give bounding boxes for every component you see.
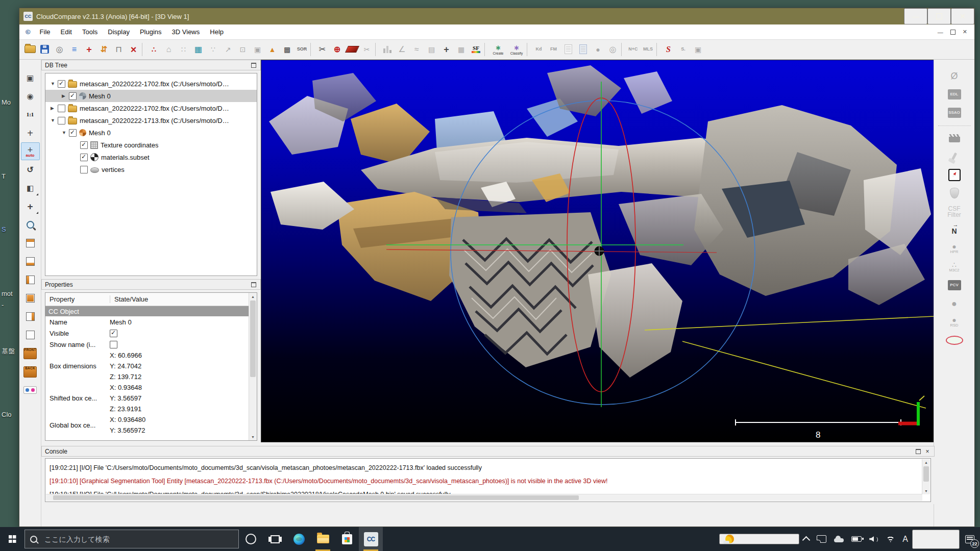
file-explorer-button[interactable] [311,527,335,551]
subsample-icon[interactable]: ⊓ [111,41,126,58]
pivot-cross-icon[interactable]: + [21,124,40,142]
tree-row[interactable]: ▶ metascan_20220222-1702.fbx (C:/Users/m… [45,102,257,114]
zoom-1-1-icon[interactable]: 1:1 [21,106,40,123]
ellipse-fit-icon[interactable] [939,331,970,349]
properties-scrollbar[interactable]: ▲ ▼ [249,293,257,440]
mdi-minimize-icon[interactable]: — [938,29,943,35]
view-back-box-icon[interactable]: BACK [21,363,40,381]
db-tree-title-bar[interactable]: DB Tree [41,60,261,70]
right-toolbar-icon[interactable] [938,122,971,126]
undock-icon[interactable] [250,281,257,288]
menu-item[interactable]: Tools [77,26,103,38]
properties-title-bar[interactable]: Properties [41,279,261,290]
merge-icon[interactable]: ⇵ [96,41,111,58]
tree-row[interactable]: ▶ Mesh 0 [45,90,257,102]
rotate-entity-icon[interactable]: ⊕ [330,41,345,58]
3d-viewport[interactable]: 8 [261,60,935,442]
spline-fit-icon[interactable]: S. [676,41,691,58]
toolbar-icon[interactable] [621,43,625,56]
toolbar-icon[interactable] [142,43,145,56]
cloudcompare-taskbar-button[interactable]: CC [359,527,383,551]
mdi-close-icon[interactable]: ✕ [963,29,967,35]
toolbar-icon[interactable] [375,43,379,56]
tree-row[interactable]: ▼ Mesh 0 [45,127,257,139]
tree-row[interactable]: ▼ metascan_20220222-1713.fbx (C:/Users/m… [45,114,257,127]
poisson-blob-icon[interactable]: ● [939,294,970,312]
menu-item[interactable]: 3D Views [167,26,205,38]
onedrive-icon[interactable] [834,538,844,542]
mdi-restore-icon[interactable] [950,30,955,35]
weather-widget[interactable]: 2°C Mostly clear [719,534,799,544]
doc-csv-icon[interactable] [576,41,591,58]
property-row[interactable]: Name Mesh 0 [45,316,257,328]
csf-filter-button[interactable]: CSF Filter [939,203,970,220]
profile-icon[interactable]: ≈ [409,41,424,58]
render-to-file-icon[interactable]: ▣ [21,69,40,87]
apply-transformation-icon[interactable]: + [82,41,96,58]
view-front-box-icon[interactable]: FRONT [21,344,40,362]
visibility-checkbox[interactable] [58,80,65,88]
label-icon[interactable]: ⊡ [235,41,250,58]
scroll-down-icon[interactable]: ▼ [922,488,930,494]
scroll-up-icon[interactable]: ▲ [249,293,257,300]
scrollbar-thumb[interactable] [250,300,256,377]
console-title-bar[interactable]: Console × [41,446,935,457]
battery-icon[interactable] [851,536,862,542]
property-value[interactable] [110,341,117,348]
console-hscrollbar[interactable] [46,494,922,501]
stereo-glasses-icon[interactable] [21,381,40,399]
matrix-icon[interactable]: ▦ [454,41,469,58]
close-button[interactable]: ✕ [951,8,974,24]
cortana-button[interactable] [239,527,263,551]
property-value[interactable] [110,330,117,337]
mdi-system-icon[interactable]: © [21,28,35,36]
menu-item[interactable]: Plugins [135,26,167,38]
tree-row[interactable]: vertices [45,163,257,176]
view-front-cube-icon[interactable] [21,289,40,307]
open-icon[interactable] [22,41,37,58]
visibility-checkbox[interactable] [69,129,77,137]
property-row[interactable]: Shifted box ce... X: 0.93648 Y: 3.56597 … [45,382,257,414]
visibility-checkbox[interactable] [58,117,65,124]
value-column-header[interactable]: State/Value [110,295,257,303]
canupo-classify-icon[interactable]: ∗ Classify [507,41,526,58]
expand-arrow-icon[interactable]: ▶ [62,93,69,98]
show-hidden-icons-chevron[interactable] [802,536,811,544]
screenshot-camera-icon[interactable]: ◉ [21,87,40,105]
compass-icon[interactable] [939,166,970,184]
rotate-view-icon[interactable]: ↺ [21,161,40,179]
normals-arrow-icon[interactable]: N [939,221,970,239]
maximize-button[interactable] [927,8,951,24]
property-row[interactable]: Show name (i... [45,339,257,350]
animation-clapper-icon[interactable] [939,129,970,147]
wifi-icon[interactable] [886,536,895,542]
property-value[interactable]: X: 0.936480 Y: 3.565972 [106,414,257,436]
close-icon[interactable]: × [924,448,931,455]
edl-filter-icon[interactable]: EDL [939,85,970,103]
mls-smoothing-icon[interactable]: MLS [641,41,655,58]
align-point-pairs-icon[interactable]: ∴ [146,41,161,58]
pcv-icon[interactable]: PCV [939,276,970,294]
normals-compute-icon[interactable]: N+C [626,41,641,58]
histogram-icon[interactable] [380,41,395,58]
scroll-down-icon[interactable]: ▼ [249,433,257,440]
property-column-header[interactable]: Property [45,295,110,303]
undock-icon[interactable] [915,448,922,455]
toolbar-icon[interactable] [484,43,488,56]
tree-row[interactable]: Texture coordinates [45,139,257,151]
expand-arrow-icon[interactable]: ▼ [62,130,69,135]
taskbar-search[interactable] [24,530,239,548]
perspective-icon[interactable]: ◧ [21,179,40,197]
point-picking-icon[interactable]: + [439,41,454,58]
property-row[interactable]: Global box ce... X: 0.936480 Y: 3.565972 [45,414,257,436]
toolbar-icon[interactable] [527,43,530,56]
search-input[interactable] [43,535,233,544]
pan-icon[interactable]: + [21,197,40,215]
property-value[interactable]: Mesh 0 [106,318,257,326]
octree-icon[interactable]: ▦ [191,41,206,58]
expand-arrow-icon[interactable]: ▼ [51,118,58,123]
minimize-button[interactable]: — [904,8,927,24]
undock-icon[interactable] [250,62,257,69]
scroll-up-icon[interactable]: ▲ [922,459,930,466]
menu-item[interactable]: Help [205,26,229,38]
